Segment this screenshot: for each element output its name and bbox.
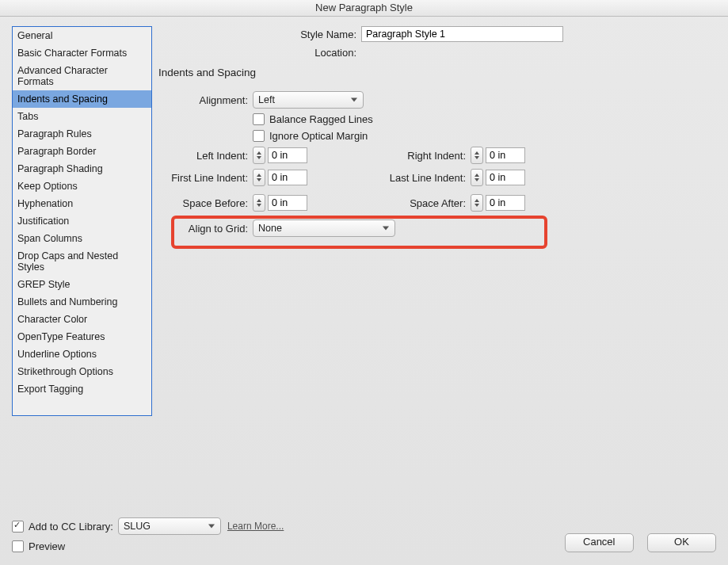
sidebar-item[interactable]: Justification [13,212,151,230]
balance-checkbox[interactable] [253,113,265,125]
ignore-optical-label: Ignore Optical Margin [269,130,368,142]
left-indent-input[interactable] [268,147,307,163]
sidebar-item[interactable]: Strikethrough Options [13,363,151,380]
last-line-input[interactable] [486,170,525,185]
sidebar-item[interactable]: Paragraph Rules [13,125,151,143]
space-after-input[interactable] [486,195,525,211]
first-line-label: First Line Indent: [158,172,253,184]
section-title: Indents and Spacing [158,67,716,78]
sidebar-item[interactable]: Hyphenation [13,195,151,212]
learn-more-link[interactable]: Learn More... [227,521,284,532]
left-indent-label: Left Indent: [158,150,253,162]
space-before-label: Space Before: [158,197,253,209]
sidebar-item[interactable]: Paragraph Border [13,143,151,160]
sidebar-item[interactable]: OpenType Features [13,328,151,345]
right-indent-label: Right Indent: [307,150,471,162]
sidebar-item[interactable]: Paragraph Shading [13,160,151,178]
align-grid-select[interactable]: None [253,220,395,237]
add-cc-library-checkbox[interactable] [12,521,24,533]
space-after-label: Space After: [307,197,471,209]
sidebar-item[interactable]: Underline Options [13,345,151,363]
right-indent-input[interactable] [486,147,525,163]
preview-label: Preview [29,540,65,552]
category-sidebar: GeneralBasic Character FormatsAdvanced C… [12,26,152,416]
sidebar-item[interactable]: Bullets and Numbering [13,293,151,311]
sidebar-item[interactable]: Export Tagging [13,380,151,398]
align-grid-label: Align to Grid: [158,223,253,235]
sidebar-item[interactable]: GREP Style [13,276,151,293]
ignore-optical-checkbox[interactable] [253,130,265,142]
preview-checkbox[interactable] [12,540,24,552]
sidebar-item[interactable]: Drop Caps and Nested Styles [13,247,151,276]
space-before-input[interactable] [268,195,307,211]
space-after-stepper[interactable] [471,194,483,212]
cancel-button[interactable]: Cancel [565,533,634,552]
balance-label: Balance Ragged Lines [269,113,373,125]
last-line-label: Last Line Indent: [307,172,471,184]
sidebar-item[interactable]: General [13,27,151,44]
left-indent-stepper[interactable] [253,147,265,164]
window-title: New Paragraph Style [0,0,728,17]
ok-button[interactable]: OK [647,533,716,552]
style-name-input[interactable] [361,26,563,42]
location-label: Location: [158,47,361,59]
first-line-stepper[interactable] [253,169,265,186]
space-before-stepper[interactable] [253,194,265,212]
sidebar-item[interactable]: Character Color [13,311,151,328]
sidebar-item[interactable]: Basic Character Formats [13,44,151,62]
add-cc-library-label: Add to CC Library: [29,521,113,533]
alignment-select[interactable]: Left [253,91,364,109]
right-indent-stepper[interactable] [471,147,483,164]
sidebar-item[interactable]: Indents and Spacing [13,90,151,108]
alignment-label: Alignment: [158,94,253,106]
style-name-label: Style Name: [158,29,361,40]
sidebar-item[interactable]: Advanced Character Formats [13,62,151,90]
sidebar-item[interactable]: Keep Options [13,178,151,195]
cc-library-select[interactable]: SLUG [118,517,221,535]
last-line-stepper[interactable] [471,169,483,186]
sidebar-item[interactable]: Span Columns [13,230,151,247]
first-line-input[interactable] [268,170,307,185]
sidebar-item[interactable]: Tabs [13,108,151,125]
